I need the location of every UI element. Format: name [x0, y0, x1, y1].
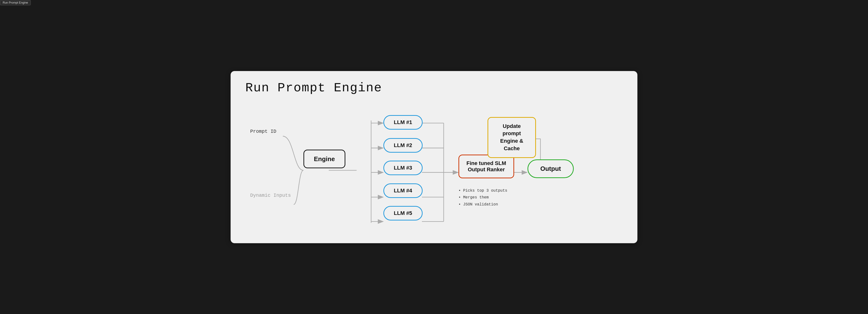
slm-note-3: • JSON validation: [459, 201, 507, 208]
update-node: Update prompt Engine & Cache: [488, 117, 536, 158]
llm-3-node: LLM #3: [383, 161, 423, 175]
slm-note-2: • Merges them: [459, 194, 507, 201]
page-title: Run Prompt Engine: [245, 81, 623, 95]
prompt-id-label: Prompt ID: [250, 129, 276, 134]
diagram-container: Run Prompt Engine: [230, 71, 638, 243]
slm-notes: • Picks top 3 outputs • Merges them • JS…: [459, 187, 507, 208]
dynamic-inputs-label: Dynamic Inputs: [250, 193, 291, 198]
slm-note-1: • Picks top 3 outputs: [459, 187, 507, 194]
engine-node: Engine: [304, 150, 345, 168]
tab-label[interactable]: Run Prompt Engine: [0, 0, 31, 5]
llm-2-node: LLM #2: [383, 138, 423, 153]
full-diagram: Prompt ID Dynamic Inputs Engine LLM #1 L…: [245, 107, 623, 233]
slm-node: Fine tuned SLM Output Ranker: [459, 155, 514, 178]
llm-1-node: LLM #1: [383, 115, 423, 130]
output-node: Output: [527, 159, 574, 178]
llm-5-node: LLM #5: [383, 206, 423, 220]
llm-4-node: LLM #4: [383, 183, 423, 198]
